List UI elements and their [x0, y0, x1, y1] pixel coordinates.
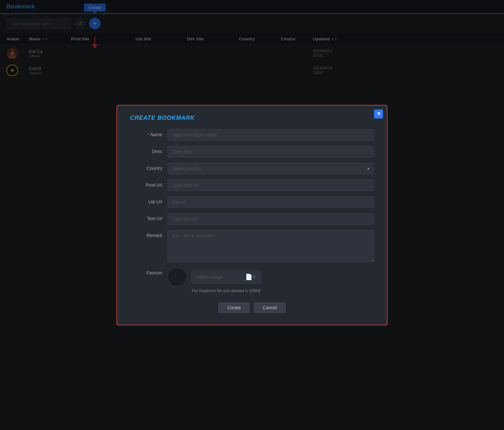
prod-url-row: Prod Url	[130, 179, 374, 191]
remark-label: Remark	[130, 230, 162, 238]
favicon-row: Favicon Select image 📄+ The maximum file…	[130, 267, 374, 293]
select-image-button[interactable]: Select image 📄+	[191, 270, 261, 284]
test-url-row: Test Url	[130, 213, 374, 225]
modal-create-button[interactable]: Create	[218, 302, 250, 313]
favicon-input-row: Select image 📄+	[167, 267, 261, 287]
desc-input[interactable]	[167, 146, 374, 158]
modal-footer: Create Cancel	[130, 302, 374, 313]
file-upload-icon: 📄+	[245, 273, 256, 281]
modal-cancel-button[interactable]: Cancel	[254, 302, 286, 313]
name-label: Name	[130, 129, 162, 137]
favicon-content: Select image 📄+ The maximum file size al…	[167, 267, 261, 293]
remark-row: Remark	[130, 230, 374, 262]
uat-url-label: Uat Url	[130, 196, 162, 204]
remark-textarea[interactable]	[167, 230, 374, 262]
test-url-input[interactable]	[167, 213, 374, 225]
country-select[interactable]: Select country	[167, 163, 374, 174]
favicon-label: Favicon	[130, 267, 162, 275]
prod-url-input[interactable]	[167, 179, 374, 191]
modal-overlay: ✕ CREATE BOOKMARK Name Desc Country Sele…	[0, 0, 504, 430]
name-row: Name	[130, 129, 374, 141]
prod-url-label: Prod Url	[130, 179, 162, 188]
uat-url-input[interactable]	[167, 196, 374, 208]
favicon-preview	[167, 267, 187, 287]
uat-url-row: Uat Url	[130, 196, 374, 208]
country-row: Country Select country ▾	[130, 163, 374, 174]
create-bookmark-modal: ✕ CREATE BOOKMARK Name Desc Country Sele…	[116, 105, 388, 325]
country-select-wrapper: Select country ▾	[167, 163, 374, 174]
test-url-label: Test Url	[130, 213, 162, 221]
file-size-hint: The maximum file size allowed is 100KB	[191, 289, 261, 293]
select-image-label: Select image	[196, 274, 222, 280]
desc-row: Desc	[130, 146, 374, 158]
desc-label: Desc	[130, 146, 162, 154]
modal-title: CREATE BOOKMARK	[130, 115, 374, 121]
name-input[interactable]	[167, 129, 374, 141]
country-label: Country	[130, 163, 162, 171]
modal-close-button[interactable]: ✕	[374, 109, 383, 118]
